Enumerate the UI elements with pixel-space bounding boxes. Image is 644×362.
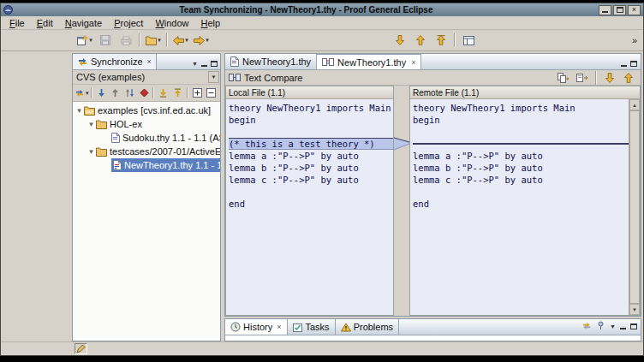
minimize-editor-button[interactable] bbox=[621, 62, 627, 67]
collapse-all-icon bbox=[206, 88, 216, 98]
outgoing-mode-button[interactable] bbox=[108, 86, 122, 100]
menu-project[interactable]: Project bbox=[108, 17, 149, 29]
conflicts-mode-button[interactable] bbox=[137, 86, 152, 100]
conflict-icon bbox=[140, 88, 149, 98]
close-window-button[interactable]: × bbox=[628, 5, 641, 15]
expander-icon[interactable]: ▾ bbox=[86, 120, 96, 128]
tab-newtheory-compare[interactable]: NewTheory1.thy × bbox=[317, 54, 421, 69]
toolbar-separator bbox=[91, 87, 92, 98]
maximize-editor-button[interactable] bbox=[630, 61, 637, 67]
left-trim bbox=[1, 53, 72, 341]
incoming-mode-button[interactable] bbox=[94, 86, 109, 100]
save-button[interactable] bbox=[96, 32, 115, 49]
tab-history[interactable]: History × bbox=[225, 319, 288, 335]
collapse-all-button[interactable] bbox=[204, 86, 218, 100]
remote-scrollbar[interactable]: ▲ ▼ bbox=[629, 99, 640, 315]
theory-file-conflict-icon bbox=[113, 160, 122, 170]
menu-navigate[interactable]: Navigate bbox=[59, 17, 108, 29]
previous-difference-button[interactable] bbox=[620, 71, 637, 85]
close-icon[interactable]: × bbox=[411, 58, 415, 67]
tab-tasks[interactable]: Tasks bbox=[288, 319, 336, 335]
tree-item-hol-ex[interactable]: ▾ HOL-ex bbox=[73, 117, 220, 131]
chevron-down-icon[interactable]: ▼ bbox=[208, 71, 219, 83]
tree-item-testcases[interactable]: ▾ testcases/2007-01/ActiveEditorV bbox=[73, 145, 220, 158]
expand-all-icon bbox=[193, 88, 202, 98]
update-button[interactable] bbox=[156, 86, 170, 100]
menu-help[interactable]: Help bbox=[195, 17, 227, 29]
local-code: theory NewTheory1 imports Main begin (* … bbox=[226, 99, 393, 210]
scroll-up-icon[interactable]: ▲ bbox=[629, 99, 640, 110]
open-perspective-button[interactable] bbox=[459, 32, 478, 49]
problems-icon bbox=[341, 323, 351, 332]
tree-item-sudoku[interactable]: Sudoku.thy 1.1 - 1.1 (ASCII - bbox=[73, 131, 220, 145]
local-pane-header: Local File (1.1) bbox=[226, 86, 393, 99]
tab-problems[interactable]: Problems bbox=[336, 319, 399, 335]
previous-change-button[interactable] bbox=[411, 32, 430, 49]
code-line: lemma c :"P-->P" by auto bbox=[413, 174, 629, 186]
menu-file[interactable]: File bbox=[3, 17, 31, 29]
remote-editor[interactable]: theory NewTheory1 imports Main begin lem… bbox=[410, 99, 629, 315]
maximize-window-button[interactable] bbox=[613, 5, 626, 15]
minimize-bottom-view-button[interactable] bbox=[620, 324, 626, 329]
bottom-view: History × Tasks Problems bbox=[224, 318, 641, 341]
chevron-down-icon: ▾ bbox=[89, 37, 92, 44]
copy-all-right-button[interactable] bbox=[555, 71, 572, 85]
tree-item-examples[interactable]: ▾ examples [cvs.inf.ed.ac.uk] bbox=[73, 104, 220, 117]
code-line: begin bbox=[229, 114, 393, 126]
tab-synchronize[interactable]: Synchronize × bbox=[73, 54, 157, 69]
toolbar-separator bbox=[454, 33, 456, 47]
chevron-down-icon: ▾ bbox=[86, 90, 89, 97]
pin-button[interactable] bbox=[596, 321, 605, 332]
arrow-down-icon bbox=[605, 73, 614, 83]
code-line: lemma c :"P-->P" by auto bbox=[229, 174, 393, 186]
close-icon[interactable]: × bbox=[277, 323, 281, 331]
toolbar-overflow-chevron[interactable]: » bbox=[629, 35, 640, 45]
scroll-down-icon[interactable]: ▼ bbox=[629, 304, 640, 315]
expander-icon[interactable]: ▾ bbox=[86, 147, 96, 156]
editor-mode-button[interactable] bbox=[75, 343, 87, 354]
code-line-diff: (* this is a test theory *) bbox=[229, 138, 393, 150]
maximize-icon bbox=[617, 7, 623, 13]
both-mode-button[interactable] bbox=[122, 86, 137, 100]
selected-tree-item[interactable]: NewTheory1.thy 1.1 - 1.1 (A bbox=[111, 158, 220, 172]
collapse-arrow-button[interactable] bbox=[432, 32, 450, 49]
diff-connector bbox=[394, 86, 409, 308]
copy-change-icon bbox=[576, 73, 589, 83]
new-wizard-button[interactable]: ▾ bbox=[75, 32, 94, 49]
history-icon bbox=[230, 322, 241, 332]
tree-item-label: testcases/2007-01/ActiveEditorV bbox=[110, 146, 220, 157]
expander-icon[interactable]: ▾ bbox=[75, 106, 84, 115]
synchronize-button[interactable]: ▾ bbox=[75, 86, 89, 100]
maximize-bottom-view-button[interactable] bbox=[630, 323, 637, 329]
next-difference-button[interactable] bbox=[601, 71, 618, 85]
code-line: end bbox=[413, 198, 629, 210]
editor-column: NewTheory1.thy NewTheory1.thy × bbox=[224, 53, 641, 341]
minimize-view-button[interactable] bbox=[201, 62, 207, 67]
local-editor[interactable]: theory NewTheory1 imports Main begin (* … bbox=[226, 99, 393, 315]
close-icon[interactable]: × bbox=[147, 57, 152, 66]
commit-button[interactable] bbox=[170, 86, 185, 100]
next-change-button[interactable] bbox=[391, 32, 409, 49]
refresh-button[interactable] bbox=[581, 322, 592, 332]
copy-current-right-button[interactable] bbox=[574, 71, 591, 85]
back-button[interactable]: ▾ bbox=[171, 32, 190, 49]
menu-edit[interactable]: Edit bbox=[31, 17, 59, 29]
maximize-view-button[interactable] bbox=[211, 61, 218, 67]
compare-toolbar bbox=[555, 71, 637, 85]
expand-all-button[interactable] bbox=[190, 86, 205, 100]
tree-item-newtheory[interactable]: NewTheory1.thy 1.1 - 1.1 (A bbox=[73, 158, 220, 172]
forward-button[interactable]: ▾ bbox=[192, 32, 211, 49]
sync-scope-label: CVS (examples) bbox=[76, 72, 208, 82]
tab-newtheory-editor[interactable]: NewTheory1.thy bbox=[225, 54, 317, 69]
print-button[interactable] bbox=[116, 32, 135, 49]
menu-window[interactable]: Window bbox=[149, 17, 194, 29]
sync-scope-selector[interactable]: CVS (examples) ▼ bbox=[73, 70, 220, 85]
save-icon bbox=[100, 35, 110, 45]
tasks-icon bbox=[293, 323, 303, 332]
view-menu-button[interactable]: ▼ bbox=[610, 323, 616, 329]
view-menu-icon[interactable]: ▼ bbox=[192, 61, 198, 67]
diff-insertion-marker bbox=[413, 138, 629, 150]
scrollbar-thumb[interactable] bbox=[629, 110, 640, 304]
checkout-wizard-button[interactable]: ▾ bbox=[144, 32, 163, 49]
minimize-window-button[interactable] bbox=[599, 5, 611, 15]
